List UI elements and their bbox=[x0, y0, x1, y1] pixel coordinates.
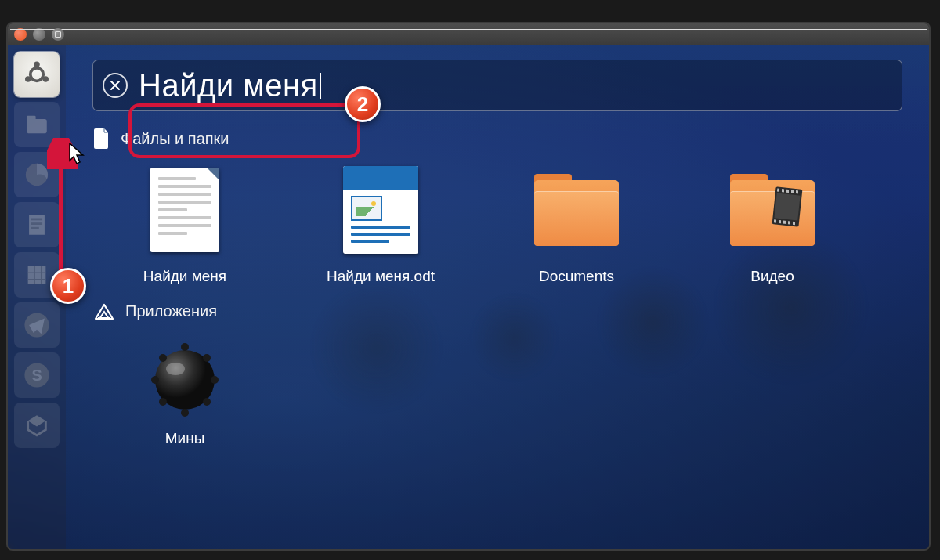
files-section-title: Файлы и папки bbox=[121, 130, 230, 148]
svg-point-24 bbox=[203, 398, 211, 406]
svg-point-3 bbox=[43, 76, 49, 82]
window-minimize-button[interactable] bbox=[33, 28, 45, 41]
search-input[interactable]: Найди меня bbox=[139, 68, 318, 103]
result-label: Documents bbox=[539, 268, 614, 285]
folder-icon bbox=[534, 163, 619, 257]
svg-point-20 bbox=[211, 376, 219, 384]
annotation-step-2: 2 bbox=[345, 86, 381, 122]
svg-point-25 bbox=[166, 363, 185, 375]
clear-search-button[interactable] bbox=[103, 73, 128, 98]
result-label: Найди меня.odt bbox=[327, 268, 435, 285]
result-label: Найди меня bbox=[143, 268, 226, 285]
svg-point-2 bbox=[25, 76, 31, 82]
svg-rect-15 bbox=[98, 317, 110, 320]
svg-point-0 bbox=[31, 68, 44, 81]
result-app-mines[interactable]: Мины bbox=[130, 334, 240, 447]
apps-icon bbox=[94, 303, 114, 320]
result-folder-documents[interactable]: Documents bbox=[522, 163, 631, 285]
result-file-text[interactable]: Найди меня bbox=[130, 163, 240, 285]
search-bar[interactable]: Найди меня bbox=[92, 60, 902, 111]
text-document-icon bbox=[143, 163, 227, 257]
svg-text:S: S bbox=[31, 367, 42, 384]
odt-document-icon bbox=[338, 163, 423, 257]
launcher-software[interactable] bbox=[14, 403, 60, 448]
dash-overlay: Найди меня Файлы и папки Найди меня bbox=[66, 45, 929, 549]
svg-point-1 bbox=[34, 62, 40, 68]
desktop-area: S Найди меня Файлы и папки Найди bbox=[8, 45, 929, 549]
svg-point-21 bbox=[159, 354, 167, 362]
file-icon bbox=[94, 128, 110, 149]
mines-icon bbox=[143, 334, 227, 419]
svg-rect-5 bbox=[27, 116, 35, 121]
launcher-dash-home[interactable] bbox=[14, 52, 60, 97]
svg-rect-11 bbox=[28, 266, 46, 284]
apps-section-title: Приложения bbox=[125, 302, 217, 320]
svg-point-17 bbox=[181, 343, 189, 351]
launcher-telegram[interactable] bbox=[14, 302, 60, 348]
svg-rect-10 bbox=[31, 227, 39, 229]
annotation-step-1: 1 bbox=[50, 268, 86, 304]
result-label: Видео bbox=[750, 268, 794, 285]
svg-point-18 bbox=[181, 409, 189, 417]
svg-rect-8 bbox=[31, 219, 42, 221]
svg-rect-9 bbox=[31, 222, 42, 225]
ubuntu-logo-icon bbox=[23, 60, 51, 89]
result-folder-video[interactable]: Видео bbox=[718, 163, 827, 285]
close-icon bbox=[110, 80, 121, 91]
apps-section-header: Приложения bbox=[94, 302, 902, 320]
window-frame: S Найди меня Файлы и папки Найди bbox=[6, 22, 931, 551]
window-maximize-button[interactable] bbox=[52, 28, 64, 41]
svg-point-23 bbox=[159, 398, 167, 406]
titlebar bbox=[8, 23, 929, 45]
svg-point-19 bbox=[151, 376, 159, 384]
cursor-icon bbox=[69, 143, 86, 166]
launcher-skype[interactable]: S bbox=[14, 352, 60, 398]
files-section-header: Файлы и папки bbox=[94, 128, 902, 149]
svg-point-22 bbox=[203, 354, 211, 362]
apps-results: Мины bbox=[92, 334, 902, 447]
folder-video-icon bbox=[730, 163, 815, 257]
result-label: Мины bbox=[165, 430, 205, 447]
window-close-button[interactable] bbox=[14, 28, 27, 41]
result-file-odt[interactable]: Найди меня.odt bbox=[326, 163, 436, 285]
files-results: Найди меня Найди меня.odt Documents bbox=[92, 163, 902, 285]
